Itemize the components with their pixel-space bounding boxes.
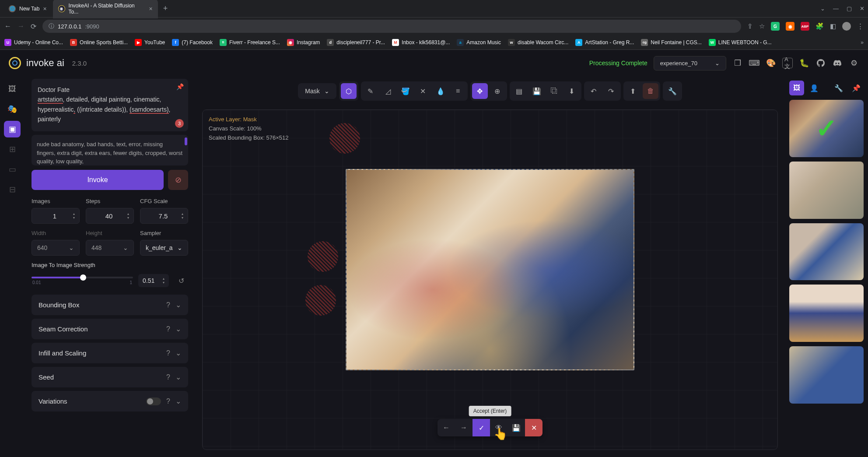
forward-icon[interactable]: → bbox=[18, 22, 24, 30]
help-icon[interactable]: ? bbox=[166, 397, 170, 405]
accordion-infill[interactable]: Infill and Scaling ?⌄ bbox=[32, 343, 188, 363]
clear-canvas-button[interactable]: 🗑 bbox=[643, 83, 658, 99]
brush-tool[interactable]: ✎ bbox=[363, 83, 378, 99]
palette-icon[interactable]: 🎨 bbox=[766, 58, 776, 68]
redo-button[interactable]: ↷ bbox=[603, 83, 619, 99]
keyboard-icon[interactable]: ⌨ bbox=[749, 58, 760, 68]
lines-icon[interactable]: ≡ bbox=[450, 83, 466, 99]
menu-icon[interactable]: ⋮ bbox=[857, 22, 864, 30]
save-canvas-button[interactable]: 💾 bbox=[529, 83, 545, 99]
gallery-user-tab[interactable]: 👤 bbox=[807, 81, 822, 95]
minimize-icon[interactable]: — bbox=[833, 5, 839, 12]
profile-avatar-icon[interactable] bbox=[842, 22, 851, 31]
pin-icon[interactable]: 📌 bbox=[176, 83, 184, 90]
reset-view-button[interactable]: ⊕ bbox=[490, 83, 505, 99]
rail-img2img[interactable]: 🎭 bbox=[4, 101, 21, 117]
reset-icon[interactable]: ↺ bbox=[174, 274, 188, 288]
bookmark-fiverr[interactable]: fiFiverr - Freelance S... bbox=[220, 39, 280, 46]
bug-icon[interactable]: 🐛 bbox=[799, 58, 809, 68]
stepper-icon[interactable]: ▴▾ bbox=[163, 277, 164, 285]
gallery-thumbnail[interactable]: ✓ bbox=[789, 100, 864, 157]
gallery-images-tab[interactable]: 🖼 bbox=[789, 81, 804, 95]
bookmark-udemy[interactable]: UUdemy - Online Co... bbox=[4, 39, 63, 46]
eraser-tool[interactable]: ◿ bbox=[380, 83, 396, 99]
help-icon[interactable]: ? bbox=[166, 301, 170, 309]
prompt-input[interactable]: 📌 Doctor Fate artstation, detailed, digi… bbox=[32, 79, 188, 131]
merge-button[interactable]: ▤ bbox=[511, 83, 527, 99]
bookmark-disciple[interactable]: ddiscipleneil777 - Pr... bbox=[327, 39, 385, 46]
bookmark-webtoon[interactable]: WLINE WEBTOON - G... bbox=[709, 39, 772, 46]
accept-button[interactable]: ✓ bbox=[472, 419, 490, 436]
fill-tool[interactable]: 🪣 bbox=[398, 83, 413, 99]
undo-button[interactable]: ↶ bbox=[586, 83, 602, 99]
invoke-button[interactable]: Invoke bbox=[32, 170, 164, 190]
accordion-seed[interactable]: Seed ?⌄ bbox=[32, 367, 188, 387]
github-icon[interactable] bbox=[816, 58, 826, 68]
help-icon[interactable]: ? bbox=[166, 349, 170, 357]
next-button[interactable]: → bbox=[455, 419, 472, 436]
share-icon[interactable]: ⇪ bbox=[747, 22, 753, 30]
canvas-viewport[interactable]: Active Layer: Mask Canvas Scale: 100% Sc… bbox=[202, 109, 778, 450]
model-dropdown[interactable]: experience_70 ⌄ bbox=[654, 56, 726, 70]
rail-txt2img[interactable]: 🖼 bbox=[4, 81, 21, 97]
accordion-seam[interactable]: Seam Correction ?⌄ bbox=[32, 319, 188, 339]
extension-icon[interactable]: G bbox=[771, 22, 780, 31]
prev-button[interactable]: ← bbox=[438, 419, 455, 436]
steps-input[interactable]: 40▴▾ bbox=[86, 208, 134, 224]
cancel-button[interactable]: ⊘ bbox=[168, 170, 188, 190]
rail-canvas[interactable]: ▣ bbox=[4, 121, 21, 137]
save-staging-button[interactable]: 💾 bbox=[508, 419, 525, 436]
discord-icon[interactable] bbox=[832, 58, 843, 68]
bookmark-wacom[interactable]: wdisable Wacom Circ... bbox=[508, 39, 568, 46]
cfg-input[interactable]: 7.5▴▾ bbox=[140, 208, 188, 224]
gallery-thumbnail[interactable] bbox=[789, 162, 864, 219]
strength-value-input[interactable]: 0.51▴▾ bbox=[138, 274, 169, 287]
gallery-thumbnail[interactable] bbox=[789, 346, 864, 404]
negative-prompt-input[interactable]: nude bad anatomy, bad hands, text, error… bbox=[32, 135, 188, 165]
url-input[interactable]: ⓘ 127.0.0.1:9090 bbox=[42, 20, 741, 33]
rail-nodes[interactable]: ⊞ bbox=[4, 141, 21, 158]
bookmark-instagram[interactable]: ◉Instagram bbox=[287, 39, 320, 46]
reload-icon[interactable]: ⟳ bbox=[31, 22, 36, 31]
tab-invokeai[interactable]: ◉ InvokeAI - A Stable Diffusion To... × bbox=[53, 0, 158, 18]
settings-icon[interactable]: ⚙ bbox=[849, 58, 859, 68]
rail-training[interactable]: ⊟ bbox=[4, 181, 21, 198]
bookmark-star-icon[interactable]: ☆ bbox=[759, 22, 765, 30]
sidepanel-icon[interactable]: ◧ bbox=[830, 22, 836, 30]
stepper-icon[interactable]: ▴▾ bbox=[73, 212, 75, 220]
gallery-settings-icon[interactable]: 🔧 bbox=[831, 81, 846, 95]
close-icon[interactable]: × bbox=[149, 5, 152, 12]
strength-slider[interactable] bbox=[32, 277, 133, 278]
extensions-icon[interactable]: 🧩 bbox=[816, 22, 824, 30]
back-icon[interactable]: ← bbox=[4, 22, 11, 30]
close-window-icon[interactable]: ✕ bbox=[860, 5, 864, 12]
chevron-down-icon[interactable]: ⌄ bbox=[820, 5, 825, 12]
new-tab-button[interactable]: + bbox=[159, 4, 172, 13]
move-tool[interactable]: ✥ bbox=[472, 83, 488, 99]
upload-button[interactable]: ⬆ bbox=[625, 83, 641, 99]
copy-button[interactable]: ⿻ bbox=[546, 83, 562, 99]
discard-button[interactable]: ✕ bbox=[525, 419, 542, 436]
bookmarks-overflow-icon[interactable]: » bbox=[861, 39, 864, 46]
cube-icon[interactable]: ❒ bbox=[732, 58, 743, 68]
rail-postprocess[interactable]: ▭ bbox=[4, 161, 21, 178]
gallery-thumbnail[interactable] bbox=[789, 223, 864, 281]
bookmark-youtube[interactable]: ▶YouTube bbox=[135, 39, 165, 46]
mask-options-button[interactable]: ⬡ bbox=[341, 83, 357, 99]
language-icon[interactable]: A文 bbox=[782, 58, 793, 68]
bookmark-sports[interactable]: BOnline Sports Betti... bbox=[70, 39, 128, 46]
bookmark-cgs[interactable]: cgNeil Fontaine | CGS... bbox=[641, 39, 702, 46]
images-input[interactable]: 1▴▾ bbox=[32, 208, 80, 224]
toggle-view-button[interactable]: 👁 bbox=[490, 419, 508, 436]
extension-abp-icon[interactable]: ABP bbox=[801, 22, 809, 31]
slider-thumb[interactable] bbox=[80, 274, 86, 281]
bookmark-gmail[interactable]: MInbox - klk56831@... bbox=[392, 39, 450, 46]
color-picker-tool[interactable]: 💧 bbox=[433, 83, 448, 99]
variations-toggle[interactable] bbox=[146, 397, 161, 405]
canvas-settings-button[interactable]: 🔧 bbox=[665, 83, 680, 99]
close-icon[interactable]: × bbox=[43, 5, 46, 12]
download-button[interactable]: ⬇ bbox=[564, 83, 580, 99]
bookmark-artstation[interactable]: AArtStation - Greg R... bbox=[575, 39, 634, 46]
sampler-select[interactable]: k_euler_a⌄ bbox=[140, 240, 188, 256]
help-icon[interactable]: ? bbox=[166, 325, 170, 333]
